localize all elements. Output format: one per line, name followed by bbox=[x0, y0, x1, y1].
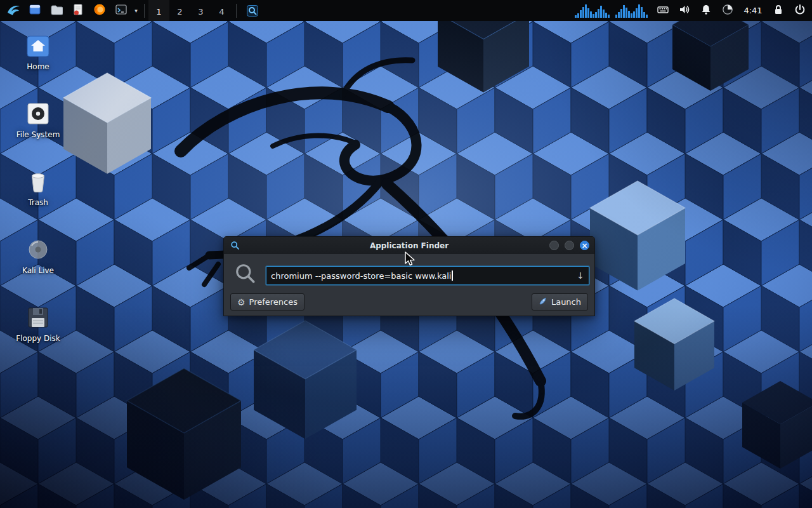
search-icon bbox=[234, 262, 257, 285]
firefox-icon bbox=[93, 3, 106, 18]
home-icon bbox=[24, 32, 52, 60]
document-icon bbox=[72, 3, 84, 18]
launch-label: Launch bbox=[551, 297, 581, 307]
lock-icon bbox=[772, 3, 785, 18]
trash-icon bbox=[24, 168, 52, 196]
workspace-4[interactable]: 4 bbox=[211, 0, 232, 21]
window-title: Application Finder bbox=[224, 241, 594, 250]
launcher-terminal[interactable] bbox=[110, 0, 132, 21]
launcher-text-editor[interactable] bbox=[67, 0, 89, 21]
clock[interactable]: 4:41 bbox=[738, 0, 768, 21]
applications-menu-button[interactable] bbox=[3, 0, 24, 21]
keyboard-tray-button[interactable] bbox=[652, 0, 674, 21]
desktop-icon-label: Floppy Disk bbox=[16, 334, 60, 343]
window-controls: × bbox=[549, 241, 589, 250]
desktop-icon-label: Trash bbox=[28, 198, 48, 207]
panel-separator bbox=[144, 4, 145, 18]
folder-icon bbox=[50, 3, 63, 18]
mouse-cursor bbox=[404, 251, 418, 269]
preferences-button[interactable]: ⚙ Preferences bbox=[230, 293, 304, 311]
taskbar-application-finder[interactable] bbox=[240, 0, 265, 21]
window-search-icon bbox=[230, 241, 240, 250]
keyboard-icon bbox=[657, 3, 669, 18]
command-text: chromium --password-store=basic www.kali bbox=[271, 271, 451, 281]
volume-icon bbox=[678, 3, 691, 18]
desktop: ▾ 1 2 3 4 bbox=[0, 0, 812, 508]
lock-screen-button[interactable] bbox=[768, 0, 789, 21]
window-icon bbox=[29, 3, 41, 18]
application-finder-window: Application Finder × chromium --password… bbox=[223, 236, 595, 316]
desktop-icon-label: File System bbox=[16, 130, 60, 139]
desktop-icon-home[interactable]: Home bbox=[8, 32, 69, 71]
close-icon: × bbox=[581, 242, 587, 250]
notifications-tray-button[interactable] bbox=[695, 0, 717, 21]
workspace-switcher: 1 2 3 4 bbox=[148, 0, 232, 21]
minimize-button[interactable] bbox=[549, 241, 559, 250]
floppy-icon bbox=[24, 304, 52, 331]
audio-spectrum-icon bbox=[573, 0, 650, 21]
desktop-icon-trash[interactable]: Trash bbox=[8, 168, 69, 207]
launcher-firefox[interactable] bbox=[89, 0, 110, 21]
workspace-2[interactable]: 2 bbox=[169, 0, 190, 21]
power-manager-tray-button[interactable] bbox=[717, 0, 738, 21]
dialog-actions: ⚙ Preferences Launch bbox=[230, 293, 588, 311]
launcher-menu-chevron-icon[interactable]: ▾ bbox=[132, 0, 140, 21]
logout-button[interactable] bbox=[789, 0, 811, 21]
desktop-icon-label: Kali Live bbox=[22, 266, 54, 275]
preferences-label: Preferences bbox=[249, 297, 298, 307]
terminal-icon bbox=[115, 3, 128, 18]
workspace-3-label: 3 bbox=[198, 7, 203, 17]
workspace-1[interactable]: 1 bbox=[148, 0, 169, 21]
workspace-4-label: 4 bbox=[219, 7, 224, 17]
entry-dropdown-icon[interactable]: ↓ bbox=[572, 271, 584, 281]
maximize-button[interactable] bbox=[565, 241, 574, 250]
bell-icon bbox=[700, 3, 712, 18]
desktop-icon-floppy-disk[interactable]: Floppy Disk bbox=[8, 304, 69, 343]
top-panel: ▾ 1 2 3 4 bbox=[0, 0, 812, 21]
workspace-3[interactable]: 3 bbox=[190, 0, 211, 21]
launch-button[interactable]: Launch bbox=[532, 293, 588, 311]
volume-tray-button[interactable] bbox=[674, 0, 695, 21]
desktop-icon-kali-live[interactable]: Kali Live bbox=[8, 236, 69, 275]
power-manager-icon bbox=[721, 3, 734, 18]
desktop-icon-label: Home bbox=[27, 62, 49, 71]
clock-label: 4:41 bbox=[743, 6, 762, 15]
kali-menu-icon bbox=[5, 1, 22, 20]
application-finder-task-icon bbox=[247, 5, 258, 18]
launcher-window-manager[interactable] bbox=[24, 0, 46, 21]
command-input[interactable]: chromium --password-store=basic www.kali… bbox=[266, 266, 589, 285]
power-icon bbox=[794, 3, 806, 18]
text-caret bbox=[452, 271, 453, 281]
close-button[interactable]: × bbox=[580, 241, 589, 250]
drive-icon bbox=[24, 100, 52, 128]
launch-icon bbox=[539, 297, 547, 307]
workspace-1-label: 1 bbox=[156, 7, 161, 17]
workspace-2-label: 2 bbox=[177, 7, 182, 17]
panel-separator bbox=[236, 4, 237, 18]
disc-icon bbox=[24, 236, 52, 264]
gear-icon: ⚙ bbox=[237, 298, 246, 307]
desktop-icon-file-system[interactable]: File System bbox=[8, 100, 69, 139]
launcher-file-manager[interactable] bbox=[46, 0, 67, 21]
